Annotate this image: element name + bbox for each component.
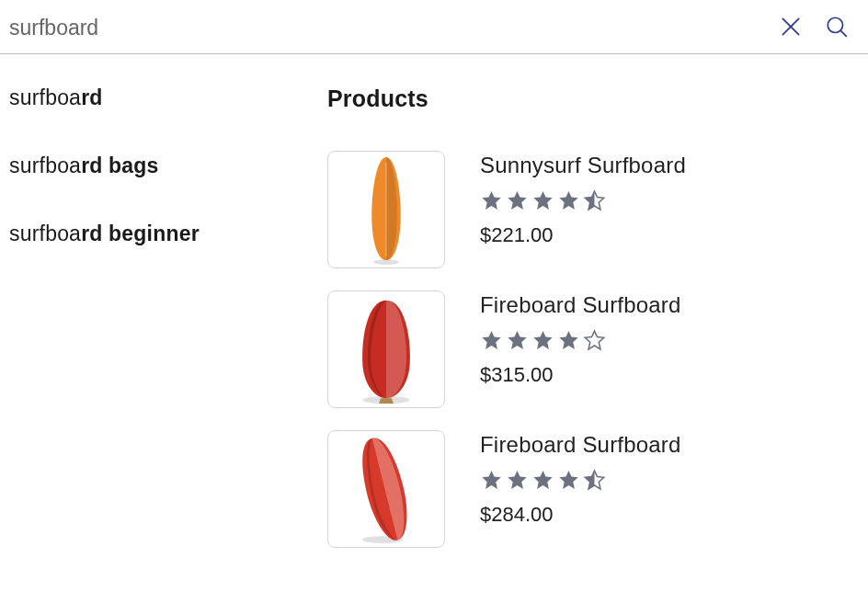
search-bar [0, 0, 868, 54]
product-item[interactable]: Fireboard Surfboard $284.00 [327, 430, 850, 548]
product-info: Sunnysurf Surfboard $221.00 [480, 151, 686, 247]
product-rating [480, 469, 681, 492]
products-heading: Products [327, 85, 850, 112]
product-name: Fireboard Surfboard [480, 292, 681, 318]
product-rating [480, 189, 686, 212]
svg-line-3 [841, 30, 847, 36]
suggestion-item[interactable]: surfboard beginner [9, 222, 327, 246]
suggestion-item[interactable]: surfboard [9, 85, 327, 110]
product-rating [480, 329, 681, 352]
product-thumbnail [327, 430, 445, 548]
star-icon [583, 189, 606, 212]
product-list: Sunnysurf Surfboard $221.00 Fireboard Su… [327, 151, 850, 548]
star-icon [557, 469, 580, 492]
star-icon [583, 329, 606, 352]
star-icon [506, 469, 529, 492]
suggestion-item[interactable]: surfboard bags [9, 154, 327, 178]
suggestion-prefix: surfboa [9, 222, 81, 245]
product-item[interactable]: Sunnysurf Surfboard $221.00 [327, 151, 850, 268]
product-price: $284.00 [480, 503, 681, 527]
product-item[interactable]: Fireboard Surfboard$315.00 [327, 290, 850, 408]
search-input[interactable] [9, 14, 763, 42]
suggestion-bold: rd bags [81, 154, 158, 177]
star-icon [506, 189, 529, 212]
star-icon [583, 469, 606, 492]
product-thumbnail [327, 290, 445, 408]
star-icon [531, 469, 554, 492]
close-icon [779, 15, 803, 41]
product-price: $315.00 [480, 363, 681, 387]
search-suggestions: surfboardsurfboard bagssurfboard beginne… [0, 85, 327, 548]
star-icon [506, 329, 529, 352]
star-icon [557, 329, 580, 352]
product-price: $221.00 [480, 223, 686, 247]
product-thumbnail [327, 151, 445, 268]
star-icon [531, 189, 554, 212]
content-area: surfboardsurfboard bagssurfboard beginne… [0, 54, 868, 548]
star-icon [557, 189, 580, 212]
product-info: Fireboard Surfboard $284.00 [480, 430, 681, 527]
products-section: Products Sunnysurf Surfboard $221.00 Fir… [327, 85, 868, 548]
suggestion-bold: rd beginner [81, 222, 200, 245]
product-name: Sunnysurf Surfboard [480, 153, 686, 178]
submit-search-button[interactable] [818, 9, 855, 46]
star-icon [480, 189, 503, 212]
clear-search-button[interactable] [772, 9, 809, 46]
suggestion-prefix: surfboa [9, 154, 81, 177]
product-name: Fireboard Surfboard [480, 432, 681, 458]
suggestion-prefix: surfboa [9, 85, 81, 109]
suggestion-bold: rd [81, 85, 102, 109]
star-icon [480, 329, 503, 352]
star-icon [531, 329, 554, 352]
product-info: Fireboard Surfboard$315.00 [480, 290, 681, 387]
search-icon [825, 15, 849, 41]
star-icon [480, 469, 503, 492]
